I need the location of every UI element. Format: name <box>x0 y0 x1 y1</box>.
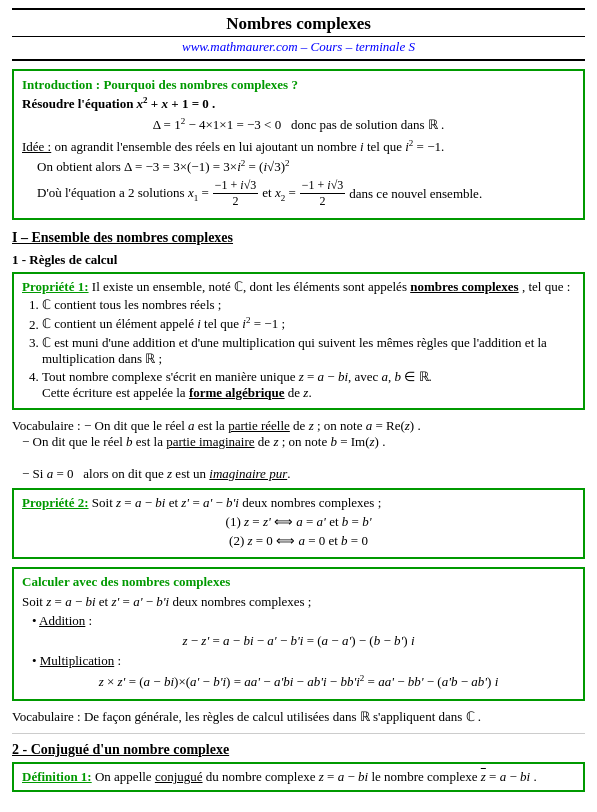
section-divider <box>12 733 585 734</box>
intro-obtain: On obtient alors Δ = −3 = 3×(−1) = 3×i2 … <box>37 158 575 175</box>
calc-box: Calculer avec des nombres complexes Soit… <box>12 567 585 701</box>
page-subtitle: www.mathmaurer.com – Cours – terminale S <box>12 39 585 61</box>
vocab1-block: Vocabulaire : − On dit que le réel a est… <box>12 418 585 482</box>
calc-title: Calculer avec des nombres complexes <box>22 574 575 590</box>
property1-item4: Tout nombre complexe s'écrit en manière … <box>42 369 575 401</box>
property1-item2: ℂ contient un élément appelé i tel que i… <box>42 315 575 332</box>
property2-header: Propriété 2: Soit z = a − bi et z' = a' … <box>22 495 575 511</box>
property1-header: Propriété 1: Il existe un ensemble, noté… <box>22 279 575 295</box>
intro-title: Introduction : Pourquoi des nombres comp… <box>22 77 575 93</box>
subtitle-rest: – Cours – terminale S <box>298 39 415 54</box>
addition-label: • Addition : <box>32 613 575 629</box>
vocab2-block: Vocabulaire : De façon générale, les règ… <box>12 709 585 725</box>
page-title: Nombres complexes <box>12 8 585 37</box>
property2-box: Propriété 2: Soit z = a − bi et z' = a' … <box>12 488 585 559</box>
definition1-text: On appelle conjugué du nombre complexe z… <box>95 769 537 784</box>
section1-heading: I – Ensemble des nombres complexes <box>12 230 585 246</box>
property1-item1: ℂ contient tous les nombres réels ; <box>42 297 575 313</box>
property1-box: Propriété 1: Il existe un ensemble, noté… <box>12 272 585 409</box>
property2-line2: (2) z = 0 ⟺ a = 0 et b = 0 <box>22 533 575 549</box>
property1-intro: Il existe un ensemble, noté ℂ, dont les … <box>92 279 410 294</box>
intro-solutions: D'où l'équation a 2 solutions x1 = −1 + … <box>37 178 575 209</box>
calc-intro: Soit z = a − bi et z' = a' − b'i deux no… <box>22 594 575 610</box>
property2-label: Propriété 2: <box>22 495 89 510</box>
property1-list: ℂ contient tous les nombres réels ; ℂ co… <box>42 297 575 400</box>
intro-idea: Idée : on agrandit l'ensemble des réels … <box>22 138 575 155</box>
property1-label: Propriété 1: <box>22 279 89 294</box>
definition1-box: Définition 1: On appelle conjugué du nom… <box>12 762 585 792</box>
property2-line1: (1) z = z' ⟺ a = a' et b = b' <box>22 514 575 530</box>
mult-label: • Multiplication : <box>32 653 575 669</box>
intro-equation-line: Résoudre l'équation x2 + x + 1 = 0 . <box>22 95 575 112</box>
site-link[interactable]: www.mathmaurer.com <box>182 39 298 54</box>
property2-text: Soit z = a − bi et z' = a' − b'i deux no… <box>92 495 381 510</box>
subsection1-heading: 1 - Règles de calcul <box>12 252 585 268</box>
section2-heading: 2 - Conjugué d'un nombre complexe <box>12 742 585 758</box>
mult-formula: z × z' = (a − bi)×(a' − b'i) = aa' − a'b… <box>22 673 575 690</box>
definition1-label: Définition 1: <box>22 769 92 784</box>
intro-box: Introduction : Pourquoi des nombres comp… <box>12 69 585 220</box>
intro-discriminant: Δ = 12 − 4×1×1 = −3 < 0 donc pas de solu… <box>22 116 575 133</box>
property1-item3: ℂ est muni d'une addition et d'une multi… <box>42 335 575 367</box>
property1-suffix: , tel que : <box>522 279 570 294</box>
property1-bold: nombres complexes <box>410 279 518 294</box>
addition-formula: z − z' = a − bi − a' − b'i = (a − a') − … <box>22 633 575 649</box>
